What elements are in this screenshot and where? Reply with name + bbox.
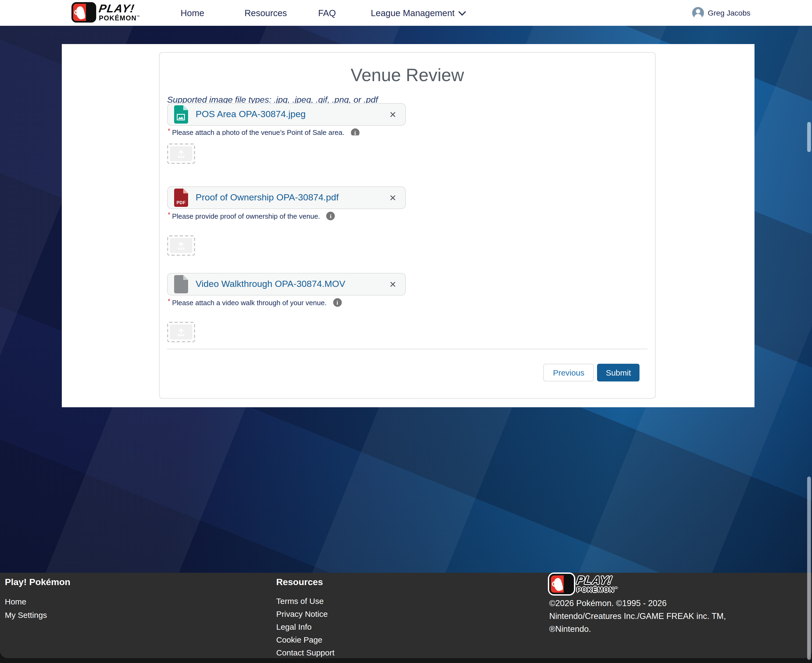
generic-file-icon (174, 275, 188, 293)
content-panel: Venue Review Supported image file types:… (62, 44, 754, 407)
footer-brand-header: Play! Pokémon (5, 577, 70, 588)
uploaded-file-link[interactable]: POS Area OPA-30874.jpeg (196, 109, 306, 120)
upload-dropzone[interactable] (167, 144, 195, 164)
form-divider (167, 349, 647, 349)
footer-play-pokemon-logo: PLAY! POKÉMON™ (549, 574, 726, 594)
footer-link-contact-support[interactable]: Contact Support (276, 646, 335, 659)
footer-resources-column: Resources Terms of Use Privacy Notice Le… (276, 577, 335, 659)
uploaded-file-card: Video Walkthrough OPA-30874.MOV (167, 273, 406, 296)
file-icon-fold (183, 275, 188, 280)
scrollbar-thumb-top[interactable] (807, 122, 811, 152)
venue-review-card: Venue Review Supported image file types:… (159, 52, 656, 399)
trademark-symbol: ™ (136, 15, 140, 19)
upload-icon (177, 149, 185, 158)
helper-text: Please provide proof of ownership of the… (172, 212, 320, 220)
upload-group: Video Walkthrough OPA-30874.MOV * Please… (167, 273, 647, 342)
upload-group: POS Area OPA-30874.jpeg * Please attach … (167, 103, 647, 164)
page: PLAY! POKÉMON™ Home Resources FAQ League… (0, 0, 812, 663)
pdf-file-icon: PDF (174, 189, 188, 207)
field-helper-row: * Please attach a photo of the venue’s P… (168, 128, 647, 136)
nav-item-faq[interactable]: FAQ (318, 0, 336, 26)
footer: Play! Pokémon Home My Settings Resources… (0, 573, 812, 658)
nav-item-resources[interactable]: Resources (244, 0, 287, 26)
user-name: Greg Jacobs (708, 9, 751, 17)
footer-link-terms-of-use[interactable]: Terms of Use (276, 595, 335, 608)
previous-button[interactable]: Previous (543, 364, 594, 382)
copyright-text: ©2026 Pokémon. ©1995 - 2026 Nintendo/Cre… (549, 597, 726, 636)
uploaded-file-card: POS Area OPA-30874.jpeg (167, 103, 406, 126)
footer-link-my-settings[interactable]: My Settings (5, 608, 70, 622)
footer-resources-header: Resources (276, 577, 335, 588)
info-icon[interactable] (351, 128, 359, 136)
nav-item-home[interactable]: Home (181, 0, 204, 26)
upload-icon (177, 241, 185, 250)
nav-item-league-management[interactable]: League Management (371, 0, 465, 26)
footer-brand-column: Play! Pokémon Home My Settings (5, 577, 70, 622)
pokemon-emblem-icon (71, 2, 96, 23)
page-title: Venue Review (167, 65, 647, 86)
footer-link-cookie-page[interactable]: Cookie Page (276, 634, 335, 646)
footer-link-legal-info[interactable]: Legal Info (276, 621, 335, 634)
footer-legal-column: PLAY! POKÉMON™ ©2026 Pokémon. ©1995 - 20… (549, 574, 726, 636)
supported-file-types-note: Supported image file types: .jpg, .jpeg,… (167, 95, 647, 103)
pokemon-emblem-icon (549, 574, 574, 594)
logo-play-text: PLAY! (98, 3, 141, 14)
required-asterisk: * (168, 210, 170, 218)
chevron-down-icon (458, 8, 466, 16)
form-actions: Previous Submit (167, 364, 639, 382)
scrollbar-thumb-bottom[interactable] (807, 477, 811, 660)
upload-group: PDF Proof of Ownership OPA-30874.pdf * P… (167, 186, 647, 256)
file-type-badge: PDF (174, 201, 188, 205)
upload-dropzone[interactable] (167, 235, 195, 256)
user-avatar-icon (692, 7, 704, 19)
info-icon[interactable] (327, 212, 335, 220)
uploaded-file-card: PDF Proof of Ownership OPA-30874.pdf (167, 186, 406, 209)
close-icon[interactable] (385, 107, 401, 123)
upload-dropzone[interactable] (167, 322, 195, 342)
file-icon-fold (183, 189, 188, 193)
helper-text: Please attach a video walk through of yo… (172, 298, 327, 307)
upload-groups: POS Area OPA-30874.jpeg * Please attach … (167, 103, 647, 342)
close-icon[interactable] (385, 190, 401, 206)
footer-link-privacy-notice[interactable]: Privacy Notice (276, 608, 335, 621)
field-helper-row: * Please attach a video walk through of … (168, 298, 647, 307)
uploaded-file-link[interactable]: Video Walkthrough OPA-30874.MOV (196, 279, 345, 289)
uploaded-file-link[interactable]: Proof of Ownership OPA-30874.pdf (196, 192, 338, 203)
close-icon[interactable] (385, 277, 401, 293)
play-pokemon-logo[interactable]: PLAY! POKÉMON™ (71, 2, 140, 23)
required-asterisk: * (168, 128, 170, 135)
logo-pokemon-text: POKÉMON™ (99, 15, 140, 22)
user-menu[interactable]: Greg Jacobs (692, 0, 751, 26)
image-file-icon (174, 105, 188, 124)
file-icon-fold (183, 105, 188, 110)
field-helper-row: * Please provide proof of ownership of t… (168, 212, 647, 220)
submit-button[interactable]: Submit (597, 364, 639, 382)
top-nav: PLAY! POKÉMON™ Home Resources FAQ League… (0, 0, 812, 26)
upload-icon (177, 328, 185, 336)
required-asterisk: * (168, 297, 170, 305)
helper-text: Please attach a photo of the venue’s Poi… (172, 128, 344, 136)
footer-link-home[interactable]: Home (5, 595, 70, 608)
image-glyph-icon (177, 114, 185, 120)
info-icon[interactable] (333, 298, 341, 307)
